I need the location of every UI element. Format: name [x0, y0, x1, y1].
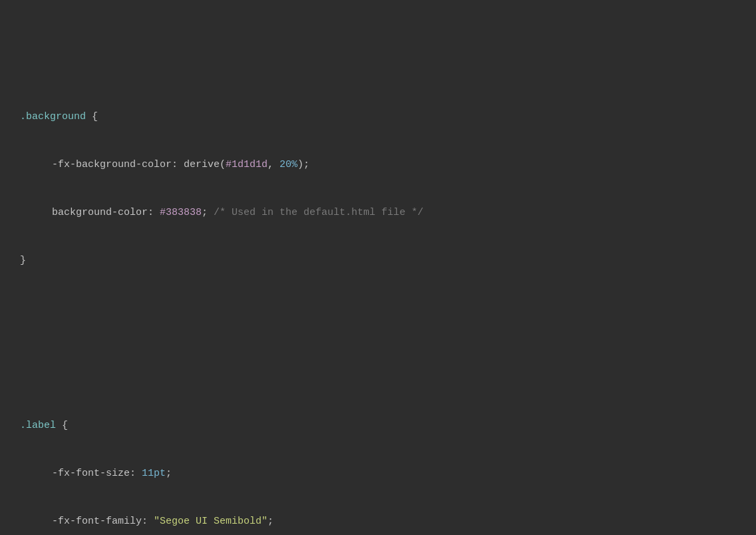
selector-line-background: .background {: [20, 109, 736, 125]
property-line-font-size-label: -fx-font-size: 11pt;: [20, 466, 736, 482]
background-section: .background { -fx-background-color: deri…: [20, 77, 736, 301]
property-line-background-color: background-color: #383838; /* Used in th…: [20, 205, 736, 221]
selector-line-label: .label {: [20, 418, 736, 434]
property-background-color: background-color:: [52, 207, 154, 218]
property-fx-font-size-label: -fx-font-size:: [52, 468, 136, 479]
property-line-font-family-label: -fx-font-family: "Segoe UI Semibold";: [20, 514, 736, 530]
label-section: .label { -fx-font-size: 11pt; -fx-font-f…: [20, 386, 736, 535]
property-fx-font-family-label: -fx-font-family:: [52, 516, 148, 527]
property-fx-background-color: -fx-background-color:: [52, 159, 178, 170]
property-line-bg-color: -fx-background-color: derive(#1d1d1d, 20…: [20, 157, 736, 173]
selector-background: .background: [20, 111, 86, 122]
code-editor: .background { -fx-background-color: deri…: [20, 13, 736, 535]
selector-label: .label: [20, 420, 56, 431]
closing-brace-background: }: [20, 253, 736, 269]
